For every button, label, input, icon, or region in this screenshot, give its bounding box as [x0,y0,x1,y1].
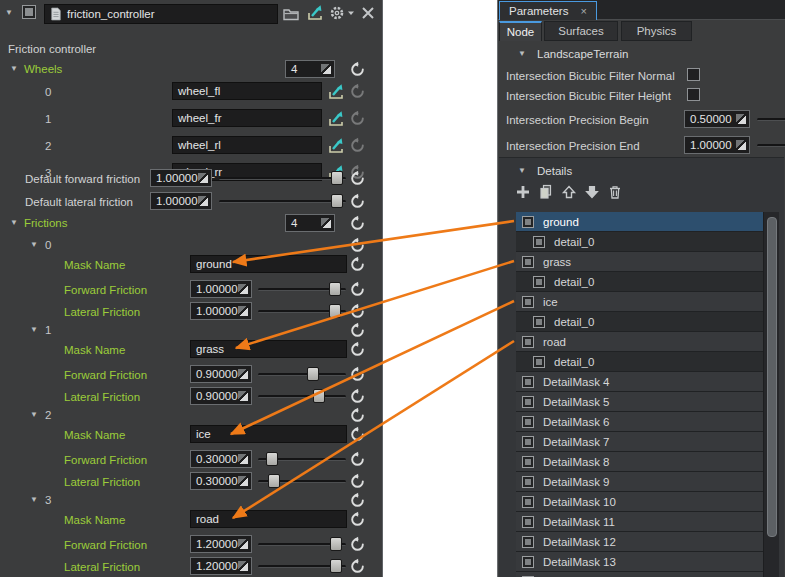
detail-mask-checkbox[interactable] [533,356,545,368]
detail-mask-checkbox[interactable] [522,396,534,408]
precision-slider[interactable] [757,136,785,154]
drag-resize-icon[interactable] [238,454,248,464]
precision-value-field[interactable]: 0.50000 [684,110,750,128]
drag-resize-icon[interactable] [321,64,331,74]
slider-thumb[interactable] [307,367,319,381]
detail-mask-checkbox[interactable] [522,256,534,268]
delete-button[interactable] [607,184,623,200]
reset-icon[interactable] [349,137,366,154]
slider-thumb[interactable] [331,171,343,185]
reset-icon[interactable] [349,473,366,490]
detail-list-item[interactable]: ground [516,212,763,232]
option-checkbox[interactable] [687,68,700,81]
forward-friction-slider[interactable] [258,535,346,553]
forward-friction-slider[interactable] [258,365,346,383]
wheel-name-field[interactable]: wheel_fr [172,109,322,127]
wheels-collapse-toggle[interactable]: ▼ [10,65,18,73]
detail-mask-checkbox[interactable] [522,496,534,508]
reset-icon[interactable] [349,451,366,468]
lateral-friction-value-field[interactable]: 0.90000 [190,387,252,405]
friction-collapse-toggle[interactable]: ▼ [30,241,38,249]
reset-icon[interactable] [349,322,366,339]
reset-icon[interactable] [349,558,366,575]
tab-close-icon[interactable]: × [580,5,586,17]
forward-friction-value-field[interactable]: 1.20000 [190,535,252,553]
terrain-collapse-toggle[interactable]: ▼ [518,50,526,58]
detail-mask-checkbox[interactable] [533,276,545,288]
detail-mask-checkbox[interactable] [522,536,534,548]
wheel-name-field[interactable]: wheel_fl [172,82,322,100]
reset-icon[interactable] [349,511,366,528]
detail-list-item[interactable]: road [516,332,763,352]
forward-friction-value-field[interactable]: 0.90000 [190,365,252,383]
reset-icon[interactable] [349,366,366,383]
reset-icon[interactable] [349,341,366,358]
slider-thumb[interactable] [329,282,341,296]
tab-node[interactable]: Node [499,21,542,41]
settings-button[interactable] [329,5,355,21]
slider-thumb[interactable] [313,389,325,403]
detail-list-item[interactable]: detail_0 [516,272,763,292]
lateral-friction-slider[interactable] [258,387,346,405]
friction-collapse-toggle[interactable]: ▼ [30,496,38,504]
mask-name-field[interactable]: ground [190,255,347,273]
option-checkbox[interactable] [687,88,700,101]
default-friction-slider[interactable] [219,192,346,210]
move-up-button[interactable] [561,184,577,200]
details-scrollbar[interactable] [763,212,779,577]
detail-list-item[interactable]: DetailMask 11 [516,512,763,532]
wheel-name-field[interactable]: wheel_rl [172,136,322,154]
slider-thumb[interactable] [331,194,343,208]
detail-mask-checkbox[interactable] [522,556,534,568]
detail-mask-checkbox[interactable] [533,236,545,248]
scrollbar-thumb[interactable] [767,217,777,537]
export-button[interactable] [306,4,324,22]
drag-resize-icon[interactable] [238,369,248,379]
tab-surfaces[interactable]: Surfaces [544,21,618,41]
lateral-friction-slider[interactable] [258,472,346,490]
reset-icon[interactable] [349,193,366,210]
reset-icon[interactable] [349,83,366,100]
reset-icon[interactable] [349,110,366,127]
detail-list-item[interactable]: detail_0 [516,352,763,372]
forward-friction-value-field[interactable]: 0.30000 [190,450,252,468]
reset-icon[interactable] [349,256,366,273]
drag-resize-icon[interactable] [238,306,248,316]
reset-icon[interactable] [349,426,366,443]
detail-list-item[interactable]: DetailMask 5 [516,392,763,412]
slider-thumb[interactable] [268,474,280,488]
close-property-button[interactable] [361,6,375,20]
detail-mask-checkbox[interactable] [522,296,534,308]
duplicate-button[interactable] [538,184,554,200]
panel-collapse-toggle[interactable]: ▼ [5,9,13,17]
detail-mask-checkbox[interactable] [522,376,534,388]
detail-list-item[interactable]: ice [516,292,763,312]
reset-icon[interactable] [349,215,366,232]
mask-name-field[interactable]: grass [190,340,347,358]
detail-list-item[interactable]: DetailMask 10 [516,492,763,512]
assign-node-icon[interactable] [327,137,345,155]
reset-icon[interactable] [349,281,366,298]
reset-icon[interactable] [349,536,366,553]
frictions-count-field[interactable]: 4 [285,214,335,232]
detail-list-item[interactable] [516,572,763,577]
reset-icon[interactable] [349,61,366,78]
lateral-friction-value-field[interactable]: 1.00000 [190,302,252,320]
lateral-friction-slider[interactable] [258,557,346,575]
details-collapse-toggle[interactable]: ▼ [518,167,526,175]
property-enabled-checkbox[interactable] [22,5,36,19]
detail-list-item[interactable]: grass [516,252,763,272]
drag-resize-icon[interactable] [238,284,248,294]
browse-button[interactable] [282,5,300,23]
drag-resize-icon[interactable] [736,114,746,124]
add-button[interactable] [515,184,531,200]
lateral-friction-value-field[interactable]: 0.30000 [190,472,252,490]
drag-resize-icon[interactable] [736,140,746,150]
drag-resize-icon[interactable] [238,539,248,549]
detail-list-item[interactable]: DetailMask 7 [516,432,763,452]
mask-name-field[interactable]: road [190,510,347,528]
forward-friction-slider[interactable] [258,280,346,298]
reset-icon[interactable] [349,407,366,424]
tab-parameters[interactable]: Parameters × [499,1,597,20]
move-down-button[interactable] [584,184,600,200]
